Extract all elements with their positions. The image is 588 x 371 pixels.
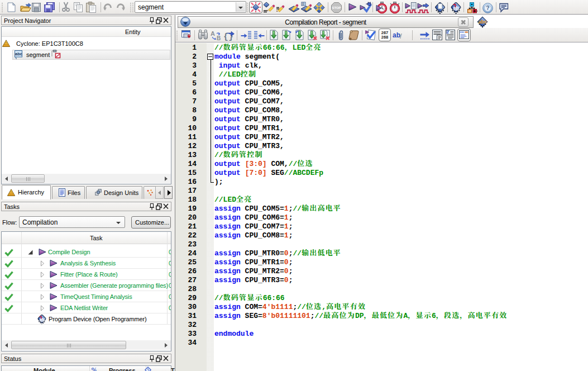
svg-text:A: A	[211, 30, 215, 37]
svg-text:2: 2	[447, 30, 449, 34]
svg-text:D: D	[302, 2, 304, 6]
svg-text:STOP: STOP	[332, 6, 341, 9]
svg-text:B: B	[217, 35, 221, 41]
svg-text:%: %	[91, 366, 97, 371]
svg-text:/: /	[400, 32, 402, 40]
svg-text:abc: abc	[479, 19, 487, 25]
svg-text:ab: ab	[393, 31, 400, 39]
svg-text:abc: abc	[15, 51, 22, 56]
svg-text:?: ?	[486, 4, 489, 11]
